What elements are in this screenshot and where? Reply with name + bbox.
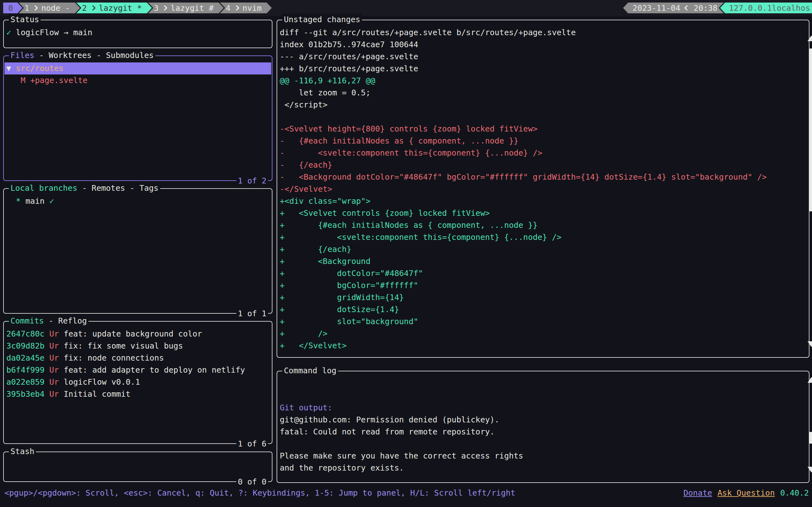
commit-row[interactable]: a022e859 Ur logicFlow v0.0.1 — [4, 376, 271, 388]
panel-branches[interactable]: Local branches - Remotes - Tags * main ✓… — [3, 188, 272, 314]
file-status: M — [20, 76, 30, 85]
diff-line-del: - <svelte:component this={component} {..… — [278, 147, 808, 159]
window-name: node - — [41, 3, 70, 13]
tmux-status-bar: 01node -2lazygit *3lazygit #4nvim 2023-1… — [0, 0, 812, 16]
version-label: 0.40.2 — [780, 488, 809, 498]
log-line: git@github.com: Permission denied (publi… — [278, 414, 808, 426]
window-tab-node[interactable]: 1node - — [19, 3, 80, 13]
commit-message: fix: fix some visual bugs — [64, 341, 183, 350]
scrollbar-thumb[interactable] — [809, 49, 812, 211]
tmux-window-tabs: 01node -2lazygit *3lazygit #4nvim — [3, 3, 272, 13]
panel-commits-title-accent: Commits — [10, 316, 44, 326]
scrollbar-up-icon[interactable] — [808, 377, 812, 383]
current-branch-star-icon: * — [16, 196, 20, 206]
diff-line-add: + gridWidth={14} — [278, 291, 808, 303]
commit-hash: 3c09d82b — [6, 341, 49, 350]
commit-mark: Ur — [49, 389, 63, 399]
diff-line-head: +++ b/src/routes/+page.svelte — [278, 63, 808, 75]
panel-files-title-accent: Files — [10, 51, 34, 60]
diff-line-head: --- a/src/routes/+page.svelte — [278, 51, 808, 63]
branch-indent — [6, 196, 16, 206]
terminal-screen: 01node -2lazygit *3lazygit #4nvim 2023-1… — [0, 0, 812, 507]
commit-mark: Ur — [49, 341, 63, 350]
window-tab-lazygit[interactable]: 2lazygit * — [76, 3, 152, 13]
panel-command-log[interactable]: Command log Git output:git@github.com: P… — [276, 371, 809, 483]
diff-line-blank — [278, 111, 808, 123]
panel-files-title-rest: - Worktrees - Submodules — [34, 51, 154, 60]
scrollbar-up-icon[interactable] — [808, 36, 812, 41]
window-index: 2 — [82, 3, 87, 13]
commit-row[interactable]: 395b3eb4 Ur Initial commit — [4, 388, 271, 400]
commit-row[interactable]: da02a45e Ur fix: node connections — [4, 352, 271, 364]
file-row[interactable]: ▼ src/routes — [4, 62, 271, 74]
commit-mark: Ur — [49, 365, 63, 375]
window-name: nvim — [243, 3, 262, 13]
diff-line-del: - <Background dotColor="#48647f" bgColor… — [278, 171, 808, 183]
diff-line-add: + {#each initialNodes as { component, ..… — [278, 219, 808, 231]
diff-line-add: +<div class="wrap"> — [278, 195, 808, 207]
panel-files-title: Files - Worktrees - Submodules — [9, 49, 155, 61]
window-tab-nvim[interactable]: 4nvim — [220, 3, 272, 13]
window-index: 1 — [24, 3, 29, 13]
commit-hash: a022e859 — [6, 377, 49, 387]
panel-commits-title-rest: - Reflog — [44, 316, 87, 326]
session-number: 0 — [8, 3, 13, 13]
window-index: 4 — [226, 3, 231, 13]
panel-branches-title-rest: - Remotes - Tags — [78, 183, 159, 193]
diff-line-add: + <svelte:component this={component} {..… — [278, 231, 808, 243]
commit-row[interactable]: b6f4f999 Ur feat: add adapter to deploy … — [4, 364, 271, 376]
status-row[interactable]: ✓ logicFlow → main — [4, 26, 271, 39]
host-segment: 127.0.0.1localhos — [720, 3, 812, 13]
session-tab[interactable]: 0 — [3, 3, 22, 13]
panel-commits[interactable]: Commits - Reflog 2647c80c Ur feat: updat… — [3, 321, 272, 444]
ask-question-link[interactable]: Ask Question — [717, 488, 775, 498]
scrollbar-thumb[interactable] — [809, 432, 812, 444]
log-line: Git output: — [278, 402, 808, 414]
commit-row[interactable]: 3c09d82b Ur fix: fix some visual bugs — [4, 340, 271, 352]
panel-status-title: Status — [9, 14, 41, 26]
date-label: 2023-11-04 — [632, 3, 680, 13]
panel-unstaged-changes[interactable]: Unstaged changes diff --git a/src/routes… — [276, 20, 809, 358]
file-name: +page.svelte — [30, 76, 88, 85]
panel-files[interactable]: Files - Worktrees - Submodules ▼ src/rou… — [3, 55, 272, 181]
panel-stash[interactable]: Stash 0 of 0 — [3, 452, 272, 482]
panel-unstaged-title: Unstaged changes — [282, 14, 362, 26]
diff-line-add: + bgColor="#ffffff" — [278, 279, 808, 291]
commit-message: feat: add adapter to deploy on netlify — [64, 365, 245, 375]
diff-line-add: + <Svelvet controls {zoom} locked fitVie… — [278, 207, 808, 219]
file-row[interactable]: M +page.svelte — [4, 74, 271, 87]
scrollbar-down-icon[interactable] — [808, 341, 812, 347]
dir-name: src/routes — [16, 64, 64, 73]
commits-counter: 1 of 6 — [236, 438, 268, 450]
scrollbar-down-icon[interactable] — [808, 467, 812, 472]
panel-commits-title: Commits - Reflog — [9, 315, 89, 327]
panel-status[interactable]: Status ✓ logicFlow → main — [3, 20, 272, 48]
commit-message: feat: update background color — [64, 329, 202, 338]
expanded-dir-icon: ▼ — [6, 64, 16, 73]
diff-line-del: - {#each initialNodes as { component, ..… — [278, 135, 808, 147]
commit-hash: 2647c80c — [6, 329, 49, 338]
diff-line-del: -</Svelvet> — [278, 183, 808, 195]
log-line — [278, 378, 808, 390]
diff-line-ctx: let zoom = 0.5; — [278, 87, 808, 99]
window-index: 3 — [154, 3, 159, 13]
donate-link[interactable]: Donate — [683, 488, 712, 498]
log-line — [278, 438, 808, 450]
commit-hash: da02a45e — [6, 353, 49, 362]
branch-row[interactable]: * main ✓ — [4, 195, 271, 207]
diff-line-del: - {/each} — [278, 159, 808, 171]
commit-row[interactable]: 2647c80c Ur feat: update background colo… — [4, 328, 271, 340]
chevron-right-icon — [33, 5, 38, 11]
commit-message: fix: node connections — [64, 353, 164, 362]
chevron-right-icon — [90, 5, 96, 11]
diff-line-add: + {/each} — [278, 243, 808, 256]
commit-hash: 395b3eb4 — [6, 389, 49, 399]
log-line: and the repository exists. — [278, 462, 808, 474]
log-line: fatal: Could not read from remote reposi… — [278, 426, 808, 438]
window-name: lazygit * — [99, 3, 142, 13]
diff-line-head: index 01b2b75..974cae7 100644 — [278, 39, 808, 51]
window-tab-lazygit[interactable]: 3lazygit # — [148, 3, 224, 13]
branches-counter: 1 of 1 — [236, 308, 268, 320]
panel-command-log-title: Command log — [282, 365, 338, 377]
check-icon: ✓ — [6, 28, 11, 37]
